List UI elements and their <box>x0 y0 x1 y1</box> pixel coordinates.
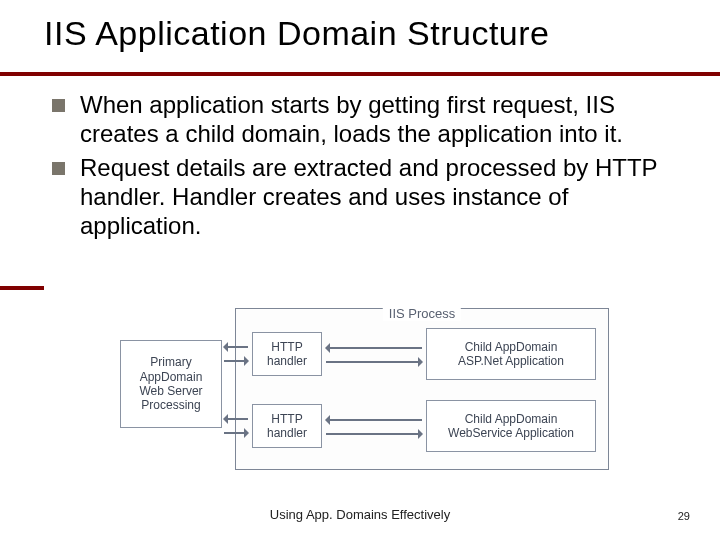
bullet-square-icon <box>52 99 65 112</box>
arrow-icon <box>224 346 248 348</box>
slide-title: IIS Application Domain Structure <box>44 14 549 53</box>
bullet-item: When application starts by getting first… <box>52 90 690 149</box>
page-number: 29 <box>678 510 690 522</box>
bullet-list: When application starts by getting first… <box>52 90 690 244</box>
primary-appdomain-box: PrimaryAppDomainWeb ServerProcessing <box>120 340 222 428</box>
footer-caption: Using App. Domains Effectively <box>270 507 450 522</box>
child-appdomain-aspnet-box: Child AppDomainASP.Net Application <box>426 328 596 380</box>
arrow-icon <box>326 361 422 363</box>
arrow-icon <box>224 432 248 434</box>
arrow-icon <box>326 347 422 349</box>
arrow-icon <box>326 419 422 421</box>
bullet-item: Request details are extracted and proces… <box>52 153 690 241</box>
side-rule <box>0 286 44 290</box>
http-handler-box-1: HTTPhandler <box>252 332 322 376</box>
http-handler-box-2: HTTPhandler <box>252 404 322 448</box>
bullet-text: When application starts by getting first… <box>80 91 623 147</box>
arrow-icon <box>224 418 248 420</box>
iis-process-label: IIS Process <box>383 306 461 321</box>
architecture-diagram: IIS Process PrimaryAppDomainWeb ServerPr… <box>120 300 616 470</box>
bullet-square-icon <box>52 162 65 175</box>
child-appdomain-webservice-box: Child AppDomainWebService Application <box>426 400 596 452</box>
arrow-icon <box>326 433 422 435</box>
bullet-text: Request details are extracted and proces… <box>80 154 657 240</box>
arrow-icon <box>224 360 248 362</box>
title-underline <box>0 72 720 76</box>
